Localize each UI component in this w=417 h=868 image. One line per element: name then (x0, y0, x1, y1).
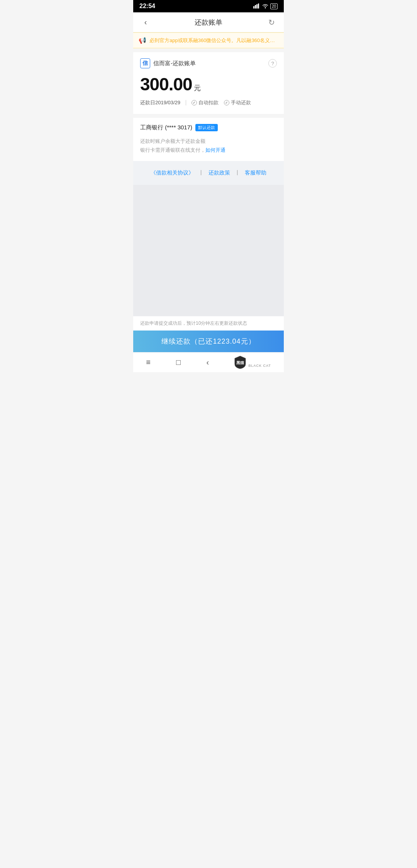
card-header: 信 信而富-还款账单 ? (140, 58, 277, 68)
status-bar: 22:54 20 (133, 0, 284, 12)
help-icon-button[interactable]: ? (268, 59, 277, 68)
notice-text: 必到官方app或联系融360微信公众号。凡以融360名义催收的... (149, 37, 278, 44)
megaphone-icon: 📢 (139, 37, 146, 44)
refresh-button[interactable]: ↻ (265, 18, 278, 27)
blackcat-english-text: BLACK CAT (248, 364, 271, 368)
bank-note-line1: 还款时账户余额大于还款金额 (140, 137, 277, 146)
bottom-nav: ≡ □ ‹ 黑猫 黑猫 BLACK CAT (133, 352, 284, 372)
menu-button[interactable]: ≡ (146, 358, 151, 367)
continue-repayment-button[interactable]: 继续还款（已还1223.04元） (133, 331, 284, 352)
footer-hint-text: 还款申请提交成功后，预计10分钟左右更新还款状态 (140, 320, 247, 326)
svg-rect-2 (256, 4, 258, 8)
status-time: 22:54 (139, 3, 155, 10)
signal-icon (253, 3, 260, 10)
svg-rect-3 (258, 3, 259, 8)
home-button[interactable]: □ (176, 358, 181, 367)
auto-debit-item: ✓ 自动扣款 (192, 99, 219, 106)
brand-icon: 信 (140, 58, 150, 68)
navbar: ‹ 还款账单 ↻ (133, 12, 284, 32)
blackcat-chinese-text: 黑猫 (248, 357, 271, 364)
auto-debit-check-icon: ✓ (192, 100, 197, 105)
nav-back-button[interactable]: ‹ (207, 358, 209, 367)
svg-rect-0 (253, 6, 254, 8)
links-section: 《借款相关协议》 丨 还款政策 丨 客服帮助 (133, 161, 284, 185)
blackcat-shield-icon: 黑猫 (234, 356, 246, 369)
how-to-open-link[interactable]: 如何开通 (205, 147, 225, 153)
back-button[interactable]: ‹ (139, 18, 152, 27)
bank-note-line2: 银行卡需开通银联在线支付，如何开通 (140, 146, 277, 154)
manual-repay-item: ✓ 手动还款 (224, 99, 251, 106)
card-title-text: 信而富-还款账单 (153, 60, 196, 67)
loan-agreement-link[interactable]: 《借款相关协议》 (151, 170, 194, 176)
amount-unit: 元 (194, 83, 201, 93)
date-row: 还款日2019/03/29 ✓ 自动扣款 ✓ 手动还款 (140, 99, 277, 106)
bank-row: 工商银行 (**** 3017) 默认还款 (140, 124, 277, 131)
wifi-icon (262, 3, 269, 10)
amount-row: 300.00 元 (140, 74, 277, 95)
default-badge: 默认还款 (195, 124, 218, 131)
auto-debit-label: 自动扣款 (198, 99, 219, 106)
battery-icon: 20 (270, 3, 278, 9)
manual-repay-check-icon: ✓ (224, 100, 229, 105)
footer-hint: 还款申请提交成功后，预计10分钟左右更新还款状态 (133, 316, 284, 331)
svg-text:黑猫: 黑猫 (236, 361, 244, 365)
blackcat-watermark: 黑猫 黑猫 BLACK CAT (234, 356, 271, 369)
repayment-policy-link[interactable]: 还款政策 (208, 170, 230, 176)
repayment-card: 信 信而富-还款账单 ? 300.00 元 还款日2019/03/29 ✓ 自动… (133, 52, 284, 114)
vertical-divider (186, 100, 186, 105)
page-title: 还款账单 (195, 18, 222, 27)
status-icons: 20 (253, 3, 278, 10)
notice-banner: 📢 必到官方app或联系融360微信公众号。凡以融360名义催收的... (133, 32, 284, 48)
bank-section: 工商银行 (**** 3017) 默认还款 还款时账户余额大于还款金额 银行卡需… (133, 118, 284, 161)
gray-area (133, 185, 284, 316)
blackcat-text-group: 黑猫 BLACK CAT (248, 357, 271, 368)
bank-note: 还款时账户余额大于还款金额 银行卡需开通银联在线支付，如何开通 (140, 137, 277, 155)
bank-name: 工商银行 (**** 3017) (140, 124, 192, 131)
customer-service-link[interactable]: 客服帮助 (245, 170, 266, 176)
svg-rect-1 (255, 5, 256, 8)
date-label: 还款日2019/03/29 (140, 99, 180, 106)
link-divider-1: 丨 (198, 170, 204, 176)
repayment-amount: 300.00 (140, 74, 192, 95)
card-title-row: 信 信而富-还款账单 (140, 58, 196, 68)
link-divider-2: 丨 (235, 170, 240, 176)
manual-repay-label: 手动还款 (231, 99, 251, 106)
